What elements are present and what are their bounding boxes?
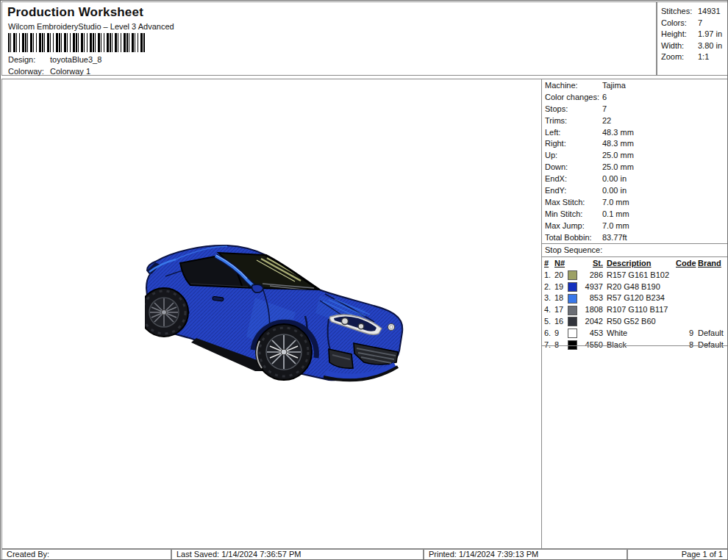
car-embroidery-image <box>145 243 404 388</box>
toyota-badge <box>388 324 395 331</box>
production-worksheet-page: Production Worksheet Wilcom EmbroiderySt… <box>0 0 728 560</box>
machine-row: Trims:22 <box>542 115 727 127</box>
design-label: Design: <box>8 55 50 64</box>
machine-row: Up:25.0 mm <box>542 150 727 162</box>
stop-sequence-table: # N# St. Description Code Brand 1.20 286… <box>542 258 727 351</box>
thread-color-swatch <box>568 317 577 326</box>
footer-page-number: Page 1 of 1 <box>627 549 728 560</box>
footer-last-saved: Last Saved: 1/14/2024 7:36:57 PM <box>171 549 424 560</box>
stop-sequence-row: 2.19 4937R20 G48 B190 <box>542 281 727 293</box>
machine-row: Stops:7 <box>542 104 727 115</box>
machine-row: Machine:Tajima <box>542 80 727 92</box>
stat-zoom: Zoom:1:1 <box>661 51 725 63</box>
machine-row: Max Jump:7.0 mm <box>542 220 727 232</box>
stats-list: Stitches:14931 Colors:7 Height:1.97 in W… <box>661 6 725 63</box>
stop-sequence-title: Stop Sequence: <box>545 245 602 256</box>
stat-width: Width:3.80 in <box>661 40 725 52</box>
thread-color-swatch <box>568 329 577 338</box>
thread-color-swatch <box>568 270 577 280</box>
machine-row: EndX:0.00 in <box>542 173 727 185</box>
footer-printed: Printed: 1/14/2024 7:39:13 PM <box>424 549 627 560</box>
header-design-info: Production Worksheet Wilcom EmbroiderySt… <box>1 1 657 76</box>
thread-color-swatch <box>568 294 577 304</box>
header-stats: Stitches:14931 Colors:7 Height:1.97 in W… <box>657 1 728 76</box>
page-title: Production Worksheet <box>7 5 143 20</box>
main-area: Machine:Tajima Color changes:6 Stops:7 T… <box>1 79 728 549</box>
machine-row: Down:25.0 mm <box>542 162 727 173</box>
design-preview-canvas <box>2 79 541 548</box>
machine-row: EndY:0.00 in <box>542 185 727 197</box>
design-name: toyotaBlue3_8 <box>50 55 101 64</box>
front-wheel <box>256 324 312 380</box>
rear-wheel <box>145 288 188 337</box>
stat-stitches: Stitches:14931 <box>661 6 725 18</box>
colorway-label: Colorway: <box>8 67 50 76</box>
thread-color-swatch <box>568 306 577 315</box>
app-subtitle: Wilcom EmbroideryStudio – Level 3 Advanc… <box>8 22 174 31</box>
machine-info-panel: Machine:Tajima Color changes:6 Stops:7 T… <box>541 79 727 548</box>
design-row: Design:toyotaBlue3_8 <box>8 55 101 64</box>
stat-colors: Colors:7 <box>661 18 725 29</box>
machine-row: Right:48.3 mm <box>542 138 727 150</box>
stop-sequence-header-row: # N# St. Description Code Brand <box>542 258 727 270</box>
side-mirror <box>252 284 264 292</box>
divider <box>542 243 727 244</box>
divider <box>542 345 727 346</box>
stop-sequence-row: 6.9 453White 9Default <box>542 328 727 340</box>
design-barcode <box>8 33 145 52</box>
footer-created-by: Created By: <box>1 549 171 560</box>
stop-sequence-row: 5.16 2042R50 G52 B60 <box>542 316 727 328</box>
machine-row: Color changes:6 <box>542 92 727 104</box>
thread-color-swatch <box>568 282 577 292</box>
stop-sequence-row: 4.17 1808R107 G110 B117 <box>542 304 727 316</box>
colorway-row: Colorway:Colorway 1 <box>8 67 90 76</box>
divider <box>542 256 727 257</box>
machine-row: Max Stitch:7.0 mm <box>542 197 727 209</box>
machine-row: Total Bobbin:83.77ft <box>542 232 727 244</box>
colorway-name: Colorway 1 <box>50 67 90 76</box>
machine-row: Left:48.3 mm <box>542 127 727 139</box>
machine-row: Min Stitch:0.1 mm <box>542 209 727 220</box>
stat-height: Height:1.97 in <box>661 29 725 40</box>
machine-info-rows: Machine:Tajima Color changes:6 Stops:7 T… <box>542 80 727 243</box>
stop-sequence-row: 3.18 853R57 G120 B234 <box>542 292 727 304</box>
stop-sequence-row: 1.20 286R157 G161 B102 <box>542 270 727 281</box>
